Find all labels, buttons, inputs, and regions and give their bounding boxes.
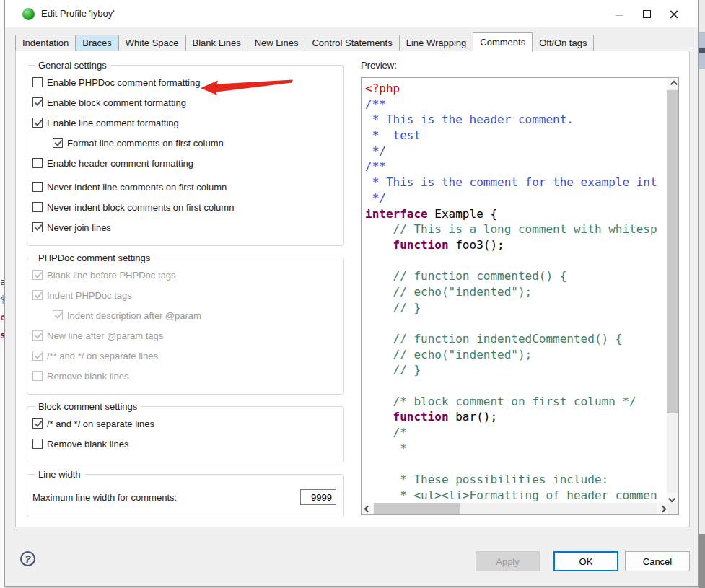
code-segment: foo3(); (449, 238, 504, 252)
code-segment: Example { (428, 207, 497, 221)
checkbox-label[interactable]: Enable PHPDoc comment formatting (47, 77, 200, 88)
close-icon: × (668, 7, 680, 21)
apply-button[interactable]: Apply (476, 551, 540, 571)
checkbox-never-join-lines[interactable] (32, 222, 43, 232)
checkbox-and-on-separate-lines (32, 351, 43, 361)
edit-profile-dialog: Edit Profile 'lyboy' × IndentationBraces… (4, 0, 699, 587)
checkbox-format-line-comments-on-first-column[interactable] (53, 138, 63, 148)
code-line (365, 253, 666, 269)
checkbox-label: Indent description after @param (67, 310, 201, 321)
maximize-button[interactable] (633, 0, 660, 27)
checkbox-label[interactable]: Enable line comment formatting (47, 118, 179, 128)
checkbox-label[interactable]: Remove blank lines (47, 439, 128, 449)
code-line (365, 315, 666, 331)
code-line: // function commented() { (365, 268, 666, 284)
help-button[interactable]: ? (20, 551, 35, 566)
group-line-width: Line widthMaximum line width for comment… (27, 474, 344, 517)
chevron-right-icon (659, 505, 666, 512)
code-segment (365, 238, 393, 252)
code-line (365, 457, 666, 473)
vertical-scroll-thumb[interactable] (667, 90, 678, 413)
code-line: /* block comment on first column */ (365, 394, 666, 410)
checkbox-label[interactable]: Never indent line comments on first colu… (47, 182, 227, 193)
code-line: * <ul><li>Formatting of header commen (365, 488, 666, 502)
checkbox-never-indent-line-comments-on-first-column[interactable] (32, 182, 43, 192)
horizontal-scrollbar[interactable] (362, 503, 668, 514)
group-phpdoc-comment-settings: PHPDoc comment settingsBlank line before… (27, 258, 344, 395)
code-segment: bar(); (449, 410, 497, 424)
code-line: function bar(); (365, 409, 666, 425)
comments-tab-panel: General settingsEnable PHPDoc comment fo… (15, 51, 690, 527)
code-segment: /** (365, 159, 386, 173)
tab-control-statements[interactable]: Control Statements (305, 35, 398, 51)
code-line: // } (365, 362, 666, 378)
code-segment: */ (365, 144, 386, 158)
checkbox-label[interactable]: Never indent block comments on first col… (47, 202, 234, 213)
code-line: /** (365, 97, 666, 113)
checkbox-label[interactable]: Enable block comment formatting (47, 97, 186, 108)
tab-blank-lines[interactable]: Blank Lines (185, 35, 248, 51)
checkbox-row-never-indent-block-comments-on-first-column: Never indent block comments on first col… (32, 201, 336, 214)
minimize-button[interactable] (605, 0, 633, 27)
max-line-width-input[interactable]: 9999 (300, 489, 336, 505)
code-segment: // echo("indented"); (365, 285, 532, 299)
code-line: * This is the comment for the example in… (365, 175, 666, 190)
code-line: * These possibilities include: (365, 472, 666, 488)
checkbox-enable-line-comment-formatting[interactable] (32, 118, 43, 128)
checkbox-label[interactable]: Enable header comment formatting (47, 158, 193, 169)
tab-comments[interactable]: Comments (473, 32, 533, 52)
field-label: Maximum line width for comments: (32, 492, 177, 503)
group-legend: Line width (35, 469, 84, 480)
tab-bar: IndentationBracesWhite SpaceBlank LinesN… (15, 32, 594, 51)
cancel-button[interactable]: Cancel (625, 551, 690, 571)
code-line: function foo3(); (365, 237, 666, 253)
checkbox-indent-phpdoc-tags (32, 290, 43, 300)
checkbox-remove-blank-lines (32, 371, 43, 381)
checkbox-label[interactable]: /* and */ on separate lines (47, 418, 154, 429)
checkbox-label[interactable]: Format line comments on first column (67, 138, 224, 149)
tab-off-on-tags[interactable]: Off/On tags (533, 35, 594, 51)
checkbox-remove-blank-lines[interactable] (32, 439, 43, 449)
checkbox-enable-phpdoc-comment-formatting[interactable] (32, 77, 43, 87)
code-segment: * <ul><li>Formatting of header commen (365, 488, 657, 502)
checkbox-row-remove-blank-lines: Remove blank lines (32, 369, 336, 382)
tab-line-wrapping[interactable]: Line Wrapping (399, 35, 473, 51)
code-line: // This is a long comment with whitesp (365, 221, 666, 237)
tab-braces[interactable]: Braces (75, 35, 118, 51)
preview-label: Preview: (361, 60, 680, 71)
checkbox-row-blank-line-before-phpdoc-tags: Blank line before PHPDoc tags (32, 268, 336, 281)
checkbox-label: Remove blank lines (47, 371, 128, 382)
checkbox-enable-header-comment-formatting[interactable] (32, 158, 43, 168)
checkbox-label[interactable]: Never join lines (47, 222, 111, 233)
scroll-up-button[interactable] (667, 78, 678, 89)
code-line: // echo("indented"); (365, 347, 666, 363)
checkbox-blank-line-before-phpdoc-tags (32, 270, 43, 280)
checkbox-and-on-separate-lines[interactable] (32, 418, 43, 429)
code-segment: // } (365, 363, 421, 377)
chevron-left-icon (364, 505, 371, 512)
code-segment: function (393, 238, 449, 252)
group-general-settings: General settingsEnable PHPDoc comment fo… (27, 65, 344, 246)
ok-button[interactable]: OK (553, 551, 618, 571)
code-segment: interface (365, 207, 428, 221)
code-segment: <?php (365, 82, 400, 95)
field-row-maximum-line-width-for-comments: Maximum line width for comments:9999 (32, 489, 336, 505)
checkbox-row-enable-line-comment-formatting: Enable line comment formatting (32, 116, 336, 129)
chevron-down-icon (668, 495, 675, 502)
vertical-scrollbar[interactable] (667, 78, 678, 504)
preview-box: <?php/** * This is the header comment. *… (361, 77, 679, 515)
tab-indentation[interactable]: Indentation (15, 35, 75, 51)
tab-white-space[interactable]: White Space (118, 35, 185, 51)
checkbox-never-indent-block-comments-on-first-column[interactable] (32, 202, 43, 212)
screen: a$cts Edit Profile 'lyboy' × Indentation… (0, 0, 705, 588)
checkbox-enable-block-comment-formatting[interactable] (32, 97, 43, 107)
horizontal-scroll-thumb[interactable] (374, 503, 460, 514)
group-legend: PHPDoc comment settings (35, 253, 154, 263)
scroll-left-button[interactable] (362, 503, 373, 514)
close-button[interactable]: × (660, 0, 688, 27)
code-segment: * (365, 442, 407, 455)
code-segment (365, 410, 393, 424)
code-segment: * These possibilities include: (365, 473, 608, 486)
tab-new-lines[interactable]: New Lines (248, 35, 305, 51)
checkbox-row-never-join-lines: Never join lines (32, 221, 336, 234)
